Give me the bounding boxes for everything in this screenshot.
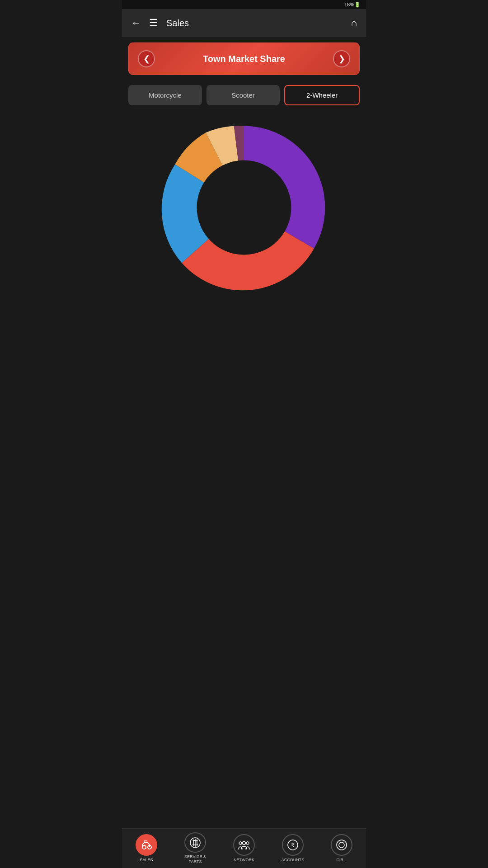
donut-hole	[197, 160, 291, 255]
filter-row: Motorcycle Scooter 2-Wheeler	[122, 80, 366, 110]
town-market-share-banner: ❮ Town Market Share ❯	[128, 42, 360, 75]
home-button[interactable]: ⌂	[351, 17, 357, 29]
battery-text: 18%	[344, 2, 354, 7]
chart-area	[122, 113, 366, 298]
banner-next-button[interactable]: ❯	[333, 50, 350, 67]
menu-button[interactable]: ☰	[149, 17, 158, 29]
banner-prev-button[interactable]: ❮	[138, 50, 155, 67]
status-bar: 18% 🔋	[122, 0, 366, 9]
back-button[interactable]: ←	[131, 17, 141, 29]
filter-two-wheeler[interactable]: 2-Wheeler	[284, 85, 360, 105]
banner-title: Town Market Share	[155, 54, 333, 64]
page-title: Sales	[166, 18, 343, 28]
filter-motorcycle[interactable]: Motorcycle	[128, 85, 202, 105]
donut-chart	[158, 122, 330, 293]
filter-scooter[interactable]: Scooter	[206, 85, 280, 105]
battery-icon: 🔋	[354, 2, 361, 8]
header: ← ☰ Sales ⌂	[122, 9, 366, 37]
